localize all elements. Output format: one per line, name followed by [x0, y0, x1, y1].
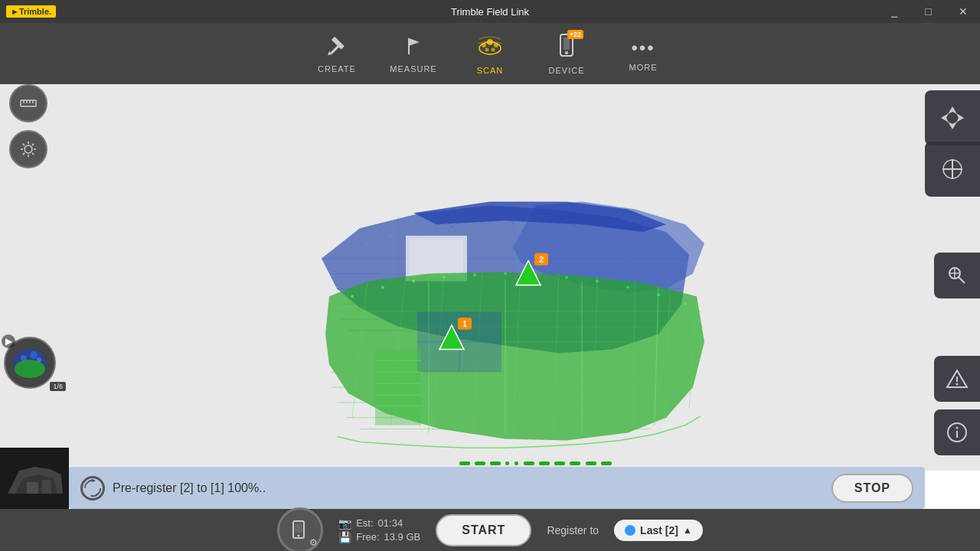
svg-point-113: [24, 145, 32, 153]
svg-point-36: [511, 220, 514, 223]
toolbar-item-more[interactable]: ••• MORE: [605, 23, 681, 84]
svg-point-153: [298, 534, 300, 536]
svg-point-88: [626, 285, 629, 289]
close-button[interactable]: ✕: [946, 0, 980, 23]
storage-icon: 💾: [338, 531, 351, 543]
main-viewport[interactable]: 1 2: [0, 84, 980, 471]
warning-control[interactable]: [934, 356, 980, 402]
main-toolbar: CREATE MEASURE SCAN: [0, 23, 980, 84]
svg-rect-131: [42, 480, 51, 494]
measure-label: MEASURE: [390, 64, 436, 73]
svg-point-80: [381, 285, 384, 289]
register-dropdown[interactable]: Last [2] ▲: [614, 520, 703, 541]
minimize-button[interactable]: ⎯: [877, 0, 911, 23]
scan-icon: [476, 33, 504, 63]
svg-rect-152: [295, 523, 302, 533]
search-control[interactable]: [934, 253, 980, 298]
svg-marker-133: [956, 113, 964, 122]
svg-point-125: [30, 351, 38, 359]
create-icon: [326, 34, 348, 61]
bottom-bar: ⚙ 📷 Est: 01:34 💾 Free: 13.9 GB START Reg…: [0, 509, 980, 551]
svg-point-149: [85, 480, 100, 495]
thumbnail-counter: 1/6: [50, 382, 66, 391]
stop-button[interactable]: STOP: [831, 474, 913, 503]
svg-line-120: [32, 144, 34, 145]
left-tools: [9, 84, 47, 168]
svg-point-82: [443, 276, 446, 279]
gear-icon: ⚙: [309, 537, 318, 548]
maximize-button[interactable]: □: [911, 0, 946, 23]
svg-point-81: [412, 279, 415, 282]
titlebar: ►Trimble. Trimble Field Link ⎯ □ ✕: [0, 0, 980, 23]
more-label: MORE: [629, 63, 658, 72]
lighting-button[interactable]: [9, 130, 47, 168]
more-icon: •••: [631, 35, 655, 60]
play-icon[interactable]: ▶: [2, 334, 15, 348]
device-badge: +22: [567, 30, 583, 39]
measure-icon: [403, 34, 424, 61]
svg-point-89: [657, 293, 660, 296]
svg-point-10: [492, 47, 495, 51]
window-title: Trimble Field Link: [451, 6, 529, 18]
svg-point-6: [482, 43, 486, 47]
svg-point-32: [389, 234, 392, 237]
svg-rect-107: [601, 461, 612, 465]
svg-text:2: 2: [539, 255, 544, 264]
svg-point-31: [366, 242, 369, 245]
est-value: 01:34: [378, 517, 403, 529]
svg-point-90: [684, 302, 687, 305]
svg-point-13: [565, 51, 568, 54]
status-message: Pre-register [2] to [1] 100%..: [113, 481, 824, 495]
svg-point-83: [473, 274, 476, 277]
svg-rect-130: [27, 482, 38, 494]
est-label: Est:: [356, 517, 373, 529]
svg-point-123: [15, 360, 45, 378]
register-to-label: Register to: [547, 524, 599, 536]
svg-rect-106: [586, 461, 596, 465]
svg-marker-135: [941, 113, 949, 122]
scan-photo-thumbnail[interactable]: [0, 448, 69, 509]
pan-control[interactable]: [925, 90, 980, 145]
svg-point-9: [485, 47, 489, 51]
svg-marker-132: [948, 106, 957, 114]
start-button[interactable]: START: [436, 514, 531, 546]
device-icon: +22: [556, 33, 577, 63]
orbit-control[interactable]: [925, 142, 980, 197]
svg-line-118: [23, 144, 24, 145]
estimate-row: 📷 Est: 01:34: [338, 517, 420, 530]
svg-point-33: [420, 230, 423, 233]
svg-rect-101: [514, 461, 518, 465]
toolbar-item-measure[interactable]: MEASURE: [375, 23, 452, 84]
scan-thumbnail-container[interactable]: ▶ 1/6: [0, 333, 69, 394]
scan-stats: 📷 Est: 01:34 💾 Free: 13.9 GB: [338, 517, 420, 543]
free-value: 13.9 GB: [384, 531, 421, 543]
svg-rect-108: [21, 100, 36, 106]
device-label: DEVICE: [549, 66, 585, 75]
svg-point-34: [450, 225, 453, 228]
svg-rect-103: [539, 461, 550, 465]
ruler-button[interactable]: [9, 84, 47, 122]
svg-point-148: [956, 427, 959, 429]
svg-text:1: 1: [462, 319, 467, 328]
device-settings-button[interactable]: ⚙: [277, 507, 323, 552]
svg-point-79: [351, 295, 354, 298]
svg-rect-104: [554, 461, 565, 465]
logo-text: ►Trimble.: [6, 5, 56, 18]
svg-rect-98: [475, 461, 485, 465]
toolbar-item-create[interactable]: CREATE: [299, 23, 375, 84]
point-cloud-view: 1 2: [0, 84, 980, 471]
info-control[interactable]: [934, 409, 980, 455]
svg-point-124: [21, 355, 27, 361]
status-bar: Pre-register [2] to [1] 100%.. STOP: [69, 467, 925, 509]
toolbar-item-device[interactable]: +22 DEVICE: [528, 23, 605, 84]
free-label: Free:: [356, 531, 379, 543]
chevron-up-icon: ▲: [683, 525, 692, 536]
svg-point-86: [565, 276, 568, 279]
svg-marker-134: [948, 122, 957, 129]
svg-point-87: [596, 279, 599, 282]
svg-rect-45: [410, 240, 463, 278]
svg-rect-102: [524, 461, 534, 465]
svg-rect-97: [459, 461, 470, 465]
toolbar-item-scan[interactable]: SCAN: [452, 23, 528, 84]
svg-point-84: [504, 272, 507, 276]
